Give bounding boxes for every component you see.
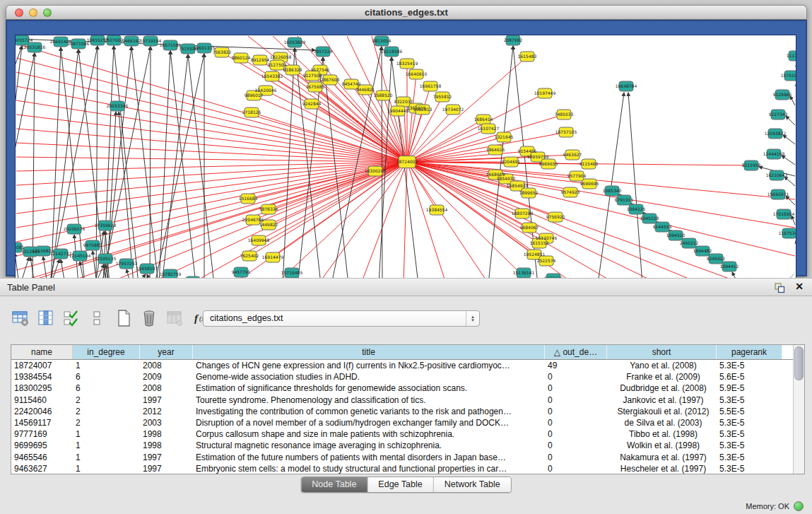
new-file-icon[interactable] [114, 309, 133, 327]
table-settings-icon[interactable] [11, 309, 30, 327]
graph-node-label: 18226058 [270, 54, 292, 59]
graph-node-label: 1094520 [666, 233, 686, 238]
column-header-in_degree[interactable]: in_degree [73, 345, 140, 359]
table-cell-pagerank: 5.3E-5 [717, 428, 782, 440]
graph-node-label: 9144553 [653, 224, 672, 229]
tab-network-table[interactable]: Network Table [434, 477, 511, 492]
graph-node-label: 1615152 [530, 240, 549, 245]
memory-status-indicator[interactable] [794, 501, 804, 511]
table-row[interactable]: 1830029562008Estimation of significance … [11, 382, 794, 394]
network-canvas[interactable]: 2405572420531816206914062087108610655257… [15, 35, 796, 285]
table-cell-out_de: 0 [545, 428, 607, 440]
graph-node-label: 1899652 [519, 190, 539, 195]
merge-rows-icon[interactable] [88, 309, 106, 327]
graph-node-label: 11675342 [779, 230, 796, 235]
graph-node-label: 18724007 [396, 159, 418, 164]
table-row[interactable]: 946362711997Embryonic stem cells: a mode… [11, 463, 794, 474]
table-panel: Table Panel ✕ [0, 278, 812, 514]
graph-node-label: 16053809 [284, 40, 306, 45]
graph-node-label: 7955812 [433, 94, 452, 99]
table-cell-title: Tourette syndrome. Phenomenology and cla… [193, 395, 545, 406]
close-panel-icon[interactable]: ✕ [795, 281, 804, 292]
graph-node-label: 7485033 [555, 112, 574, 117]
graph-node-label: 8860124 [232, 55, 251, 60]
table-toolbar: f (x) citations_edges.txt ▲▼ [0, 303, 812, 333]
column-header-name[interactable]: name [11, 345, 73, 359]
graph-node-label: 2867608 [321, 77, 340, 82]
graph-node-label: 19734072 [442, 107, 464, 112]
column-header-pagerank[interactable]: pagerank [717, 345, 782, 359]
graph-node-label: 22420046 [255, 88, 277, 93]
graph-node-label: 7857224 [314, 49, 333, 54]
network-table-select[interactable]: citations_edges.txt ▲▼ [203, 310, 480, 327]
table-cell-year: 2008 [140, 382, 193, 394]
graph-node-label: 17359928 [95, 223, 117, 228]
column-header-title[interactable]: title [193, 345, 545, 359]
table-row[interactable]: 946554611997Estimation of the future num… [11, 452, 794, 463]
table-cell-short: Jankovic et al. (1997) [607, 395, 717, 406]
table-cell-short: Wolkin et al. (1998) [607, 440, 717, 451]
graph-node-label: 1615483 [518, 54, 537, 59]
graph-node-label: 24055724 [16, 37, 33, 42]
table-cell-in_degree: 6 [73, 371, 140, 382]
graph-node-label: 16640910 [406, 71, 428, 76]
table-row[interactable]: 1872400712008Changes of HCN gene express… [11, 360, 794, 371]
graph-node-label: 22046786 [242, 217, 264, 222]
graph-node-label: 9463627 [563, 152, 582, 157]
graph-node-label: 16210643 [766, 173, 788, 177]
graph-node-label: 1588520 [374, 93, 393, 98]
scrollbar-thumb[interactable] [794, 346, 804, 380]
column-header-out_de[interactable]: △ out_de… [545, 345, 607, 359]
table-cell-title: Estimation of significance thresholds fo… [193, 382, 545, 394]
table-cell-title: Investigating the contribution of common… [193, 406, 545, 417]
table-row[interactable]: 977716911998Corpus callosum shape and si… [11, 428, 794, 440]
citation-network-graph[interactable]: 2405572420531816206914062087108610655257… [16, 35, 796, 284]
tab-node-table[interactable]: Node Table [301, 477, 367, 492]
graph-node-label: 16961758 [420, 83, 442, 88]
table-cell-name: 14569117 [11, 417, 73, 428]
table-cell-title: Genome-wide association studies in ADHD. [193, 371, 545, 382]
application-window: { "window": { "title": "citations_edges.… [0, 0, 812, 514]
graph-node-label: 8322037 [394, 99, 413, 104]
import-table-disabled-icon [165, 309, 184, 327]
status-bar: Memory: OK [0, 497, 812, 514]
column-header-year[interactable]: year [140, 345, 193, 359]
table-row[interactable]: 1456911722003Disruption of a novel membe… [11, 417, 794, 428]
table-cell-out_de: 0 [545, 440, 607, 451]
memory-status-label[interactable]: Memory: OK [746, 502, 789, 510]
table-row[interactable]: 2242004622012Investigating the contribut… [11, 406, 794, 417]
column-chooser-icon[interactable] [37, 309, 55, 327]
table-cell-year: 2009 [140, 371, 193, 382]
graph-node-label: 9245022 [707, 256, 726, 261]
graph-node-label: 8813054 [372, 38, 392, 43]
graph-node-label: 8186328 [283, 67, 302, 72]
float-panel-icon[interactable] [774, 282, 785, 293]
graph-node-label: 2522574 [537, 258, 556, 263]
table-row[interactable]: 1938455462009Genome-wide association stu… [11, 371, 794, 382]
graph-node-label: 12444158 [763, 151, 785, 156]
graph-node-label: 1864616 [486, 147, 505, 152]
table-cell-in_degree: 1 [73, 428, 140, 440]
window-titlebar[interactable]: citations_edges.txt [6, 5, 807, 20]
graph-node-label: 16648784 [616, 83, 637, 88]
vertical-scrollbar[interactable] [793, 345, 804, 474]
table-cell-name: 9699695 [11, 440, 73, 451]
table-cell-year: 1998 [140, 440, 193, 451]
tab-edge-table[interactable]: Edge Table [367, 477, 433, 492]
table-cell-title: Structural magnetic resonance image aver… [193, 440, 545, 451]
column-header-short[interactable]: short [607, 345, 717, 359]
graph-node-label: 1094225 [627, 206, 646, 211]
graph-node-label: 1982813 [413, 107, 433, 112]
graph-node-label: 9154466 [518, 148, 537, 153]
table-row[interactable]: 969969511998Structural magnetic resonanc… [11, 440, 794, 451]
table-cell-out_de: 0 [545, 382, 607, 394]
table-cell-in_degree: 1 [73, 452, 140, 463]
select-all-rows-icon[interactable] [62, 309, 81, 327]
table-row[interactable]: 911546021997Tourette syndrome. Phenomeno… [11, 395, 794, 406]
table-cell-in_degree: 1 [73, 463, 140, 474]
table-cell-short: Nakamura et al. (1997) [607, 452, 717, 463]
delete-table-icon[interactable] [140, 309, 158, 327]
table-body: 1872400712008Changes of HCN gene express… [11, 360, 794, 474]
graph-node-label: 16107427 [478, 126, 500, 131]
table-cell-in_degree: 1 [73, 440, 140, 451]
